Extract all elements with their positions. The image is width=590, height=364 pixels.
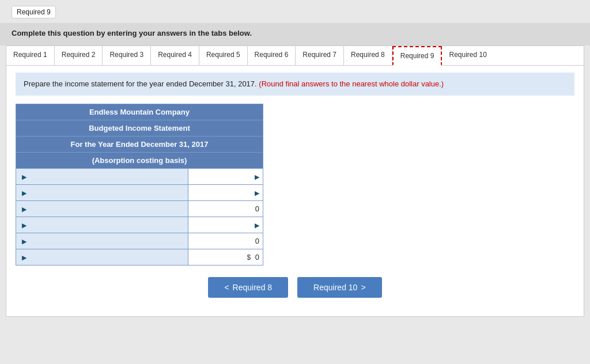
table-header-line2: Budgeted Income Statement <box>16 120 263 136</box>
table-header-line3: For the Year Ended December 31, 2017 <box>16 136 263 152</box>
row1-value[interactable]: ▶ <box>188 168 263 184</box>
row6-arrow: ▶ <box>20 254 27 261</box>
row2-arrow: ▶ <box>20 189 27 196</box>
table-row: ▶ 0 <box>16 233 263 249</box>
outer-container: Required 9 Complete this question by ent… <box>0 0 590 364</box>
table-header-line4: (Absorption costing basis) <box>16 152 263 168</box>
row2-value[interactable]: ▶ <box>188 184 263 200</box>
table-row: ▶ ▶ <box>16 217 263 233</box>
tab-required-4[interactable]: Required 4 <box>151 46 199 65</box>
table-row: ▶ $ 0 <box>16 249 263 265</box>
instruction-bar: Complete this question by entering your … <box>0 23 590 46</box>
row6-value[interactable]: $ 0 <box>188 249 263 265</box>
row3-arrow: ▶ <box>20 206 27 213</box>
info-highlight: (Round final answers to the nearest whol… <box>259 79 444 88</box>
row4-arrow: ▶ <box>20 222 27 229</box>
row2-value-arrow: ▶ <box>252 189 259 196</box>
row6-label[interactable]: ▶ <box>16 249 188 265</box>
tab-content: Prepare the income statement for the yea… <box>6 66 584 316</box>
row1-value-arrow: ▶ <box>252 173 259 180</box>
tab-required-3[interactable]: Required 3 <box>103 46 151 65</box>
next-label: Required 10 <box>313 283 357 292</box>
badge-label: Required 9 <box>17 8 51 16</box>
prev-label: Required 8 <box>233 283 273 292</box>
row1-arrow: ▶ <box>20 173 27 180</box>
income-statement-table: Endless Mountain Company Budgeted Income… <box>16 104 263 266</box>
row2-label[interactable]: ▶ <box>16 184 188 200</box>
prev-button[interactable]: < Required 8 <box>208 277 288 298</box>
tabs-container: Required 1 Required 2 Required 3 Require… <box>6 46 584 317</box>
tab-required-6[interactable]: Required 6 <box>248 46 296 65</box>
table-header-line1: Endless Mountain Company <box>16 104 263 120</box>
row5-arrow: ▶ <box>20 238 27 245</box>
tab-required-9[interactable]: Required 9 <box>392 46 442 66</box>
row4-value-arrow: ▶ <box>252 222 259 229</box>
row5-label[interactable]: ▶ <box>16 233 188 249</box>
instruction-text: Complete this question by entering your … <box>12 29 578 37</box>
prev-chevron: < <box>224 283 229 292</box>
tab-required-10[interactable]: Required 10 <box>442 46 493 65</box>
tab-required-7[interactable]: Required 7 <box>296 46 344 65</box>
row4-label[interactable]: ▶ <box>16 217 188 233</box>
dollar-sign: $ <box>247 253 253 261</box>
table-row: ▶ ▶ <box>16 168 263 184</box>
row1-label[interactable]: ▶ <box>16 168 188 184</box>
nav-buttons: < Required 8 Required 10 > <box>16 277 574 309</box>
row4-value[interactable]: ▶ <box>188 217 263 233</box>
tab-required-2[interactable]: Required 2 <box>55 46 103 65</box>
tab-required-8[interactable]: Required 8 <box>344 46 392 65</box>
required-badge: Required 9 <box>12 6 56 18</box>
info-text: Prepare the income statement for the yea… <box>16 73 574 96</box>
tabs-row: Required 1 Required 2 Required 3 Require… <box>6 46 584 66</box>
tab-required-5[interactable]: Required 5 <box>199 46 248 65</box>
table-row: ▶ 0 <box>16 200 263 217</box>
next-button[interactable]: Required 10 > <box>297 277 381 298</box>
tab-required-1[interactable]: Required 1 <box>6 46 55 65</box>
info-main: Prepare the income statement for the yea… <box>24 79 257 88</box>
row3-label[interactable]: ▶ <box>16 200 188 217</box>
row3-value[interactable]: 0 <box>188 200 263 217</box>
table-row: ▶ ▶ <box>16 184 263 200</box>
next-chevron: > <box>361 283 365 292</box>
row5-value[interactable]: 0 <box>188 233 263 249</box>
